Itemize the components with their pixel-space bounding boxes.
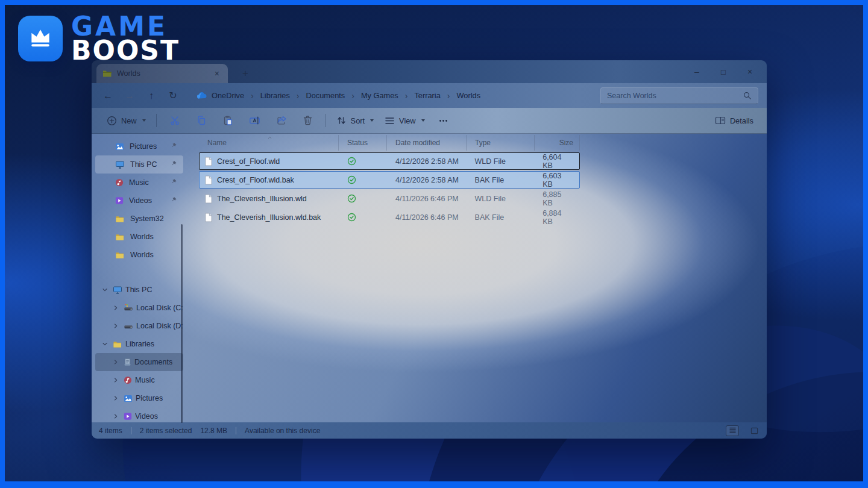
maximize-button[interactable]: □ xyxy=(710,67,737,77)
file-list-pane: NameStatusDate modifiedTypeSize Crest_of… xyxy=(187,134,767,422)
status-divider xyxy=(131,427,131,434)
copy-button[interactable] xyxy=(188,111,215,130)
file-name-cell: Crest_of_Floof.wld xyxy=(200,153,339,169)
forward-button[interactable]: → xyxy=(119,90,140,101)
new-tab-button[interactable]: + xyxy=(237,64,253,83)
search-icon[interactable] xyxy=(743,91,752,100)
tab-worlds[interactable]: Worlds × xyxy=(96,64,228,83)
file-type-cell: WLD File xyxy=(467,153,535,169)
file-row[interactable]: The_Cleverish_Illusion.wld4/11/2026 6:46… xyxy=(199,190,580,207)
list-view-toggle[interactable] xyxy=(726,425,739,436)
sidebar-item-pictures[interactable]: Pictures xyxy=(95,137,183,155)
chevron-right-icon[interactable] xyxy=(111,377,121,384)
sync-status-icon xyxy=(347,213,356,222)
file-modified-cell: 4/12/2026 2:58 AM xyxy=(387,172,467,188)
breadcrumb-separator: › xyxy=(248,91,257,101)
monitor-icon xyxy=(115,160,125,169)
folder-icon xyxy=(113,340,122,348)
tab-close-icon[interactable]: × xyxy=(212,69,222,78)
view-button[interactable]: View xyxy=(379,113,430,129)
toolbar-divider xyxy=(156,114,157,127)
sidebar-item-label: Worlds xyxy=(130,251,154,259)
tree-item-pictures[interactable]: Pictures xyxy=(95,389,183,407)
sidebar-item-music[interactable]: Music xyxy=(95,174,183,192)
file-size-cell: 6,885 KB xyxy=(534,190,579,207)
tree-item-local-disk-c-[interactable]: Local Disk (C:) xyxy=(95,299,183,317)
sidebar-scrollbar[interactable] xyxy=(181,224,183,423)
sidebar-item-worlds[interactable]: Worlds xyxy=(95,246,183,264)
tree-item-label: Pictures xyxy=(136,394,163,402)
column-header-status[interactable]: Status xyxy=(339,135,387,151)
delete-button[interactable] xyxy=(295,111,321,130)
videos-icon xyxy=(115,196,124,205)
chevron-right-icon[interactable] xyxy=(111,413,121,420)
breadcrumb-item-onedrive[interactable]: OneDrive xyxy=(193,89,248,102)
tab-bar: Worlds × + – □ × xyxy=(92,60,767,83)
details-label: Details xyxy=(730,116,753,125)
chevron-down-icon xyxy=(370,119,374,122)
new-button[interactable]: New xyxy=(101,112,151,130)
sort-button[interactable]: Sort xyxy=(331,112,379,129)
chevron-right-icon[interactable] xyxy=(111,358,121,366)
folder-icon xyxy=(115,251,125,259)
selection-count: 2 items selected xyxy=(140,427,192,435)
file-type-cell: WLD File xyxy=(467,190,535,207)
tree-item-local-disk-d-[interactable]: Local Disk (D:) xyxy=(95,317,183,335)
breadcrumb-item-terraria[interactable]: Terraria xyxy=(410,89,444,102)
file-name: The_Cleverish_Illusion.wld xyxy=(217,195,307,203)
file-size-cell: 6,604 KB xyxy=(534,153,579,169)
up-button[interactable]: ↑ xyxy=(141,90,162,101)
chevron-down-icon[interactable] xyxy=(100,340,110,348)
breadcrumb-item-documents[interactable]: Documents xyxy=(302,89,348,102)
rename-button[interactable] xyxy=(241,111,268,130)
file-name-cell: Crest_of_Floof.wld.bak xyxy=(200,172,339,188)
column-header-size[interactable]: Size xyxy=(535,135,580,151)
column-label: Status xyxy=(347,139,368,147)
column-header-name[interactable]: Name xyxy=(199,135,339,151)
column-label: Date modified xyxy=(395,139,440,147)
chevron-right-icon[interactable] xyxy=(111,322,121,330)
breadcrumb-label: OneDrive xyxy=(212,91,244,100)
file-type-cell: BAK File xyxy=(467,209,535,225)
refresh-button[interactable]: ↻ xyxy=(163,90,183,101)
rename-icon xyxy=(249,115,260,126)
tree-item-music[interactable]: Music xyxy=(95,371,183,389)
pictures-icon xyxy=(115,143,124,151)
tree-item-libraries[interactable]: Libraries xyxy=(95,335,183,353)
tree-item-this-pc[interactable]: This PC xyxy=(95,281,183,299)
file-row[interactable]: The_Cleverish_Illusion.wld.bak4/11/2026 … xyxy=(199,208,580,226)
file-icon xyxy=(204,194,212,204)
column-header-date-modified[interactable]: Date modified xyxy=(387,135,467,151)
sidebar-item-videos[interactable]: Videos xyxy=(95,192,183,210)
details-button[interactable]: Details xyxy=(710,112,758,129)
cut-button[interactable] xyxy=(162,111,188,130)
new-plus-icon xyxy=(107,116,117,126)
chevron-right-icon[interactable] xyxy=(111,395,121,402)
tree-item-videos[interactable]: Videos xyxy=(95,407,183,425)
breadcrumb-item-my-games[interactable]: My Games xyxy=(357,89,402,102)
more-button[interactable] xyxy=(430,113,456,129)
file-name: Crest_of_Floof.wld.bak xyxy=(217,176,294,184)
chevron-down-icon xyxy=(142,119,146,122)
sidebar-item-system32[interactable]: System32 xyxy=(95,210,183,228)
new-label: New xyxy=(121,116,137,125)
sidebar-item-this-pc[interactable]: This PC xyxy=(95,155,183,174)
breadcrumb-item-libraries[interactable]: Libraries xyxy=(257,89,294,102)
chevron-right-icon[interactable] xyxy=(111,304,121,311)
search-input[interactable] xyxy=(607,92,743,100)
minimize-button[interactable]: – xyxy=(684,67,710,77)
paste-button[interactable] xyxy=(215,111,241,130)
breadcrumb-item-worlds[interactable]: Worlds xyxy=(453,89,485,102)
close-button[interactable]: × xyxy=(737,67,763,77)
chevron-down-icon[interactable] xyxy=(100,286,110,293)
tree-item-documents[interactable]: Documents xyxy=(95,353,183,371)
toolbar-divider xyxy=(326,114,326,127)
sidebar-item-worlds[interactable]: Worlds xyxy=(95,228,183,246)
icons-view-toggle[interactable] xyxy=(747,425,761,436)
file-modified-cell: 4/12/2026 2:58 AM xyxy=(387,153,467,169)
column-header-type[interactable]: Type xyxy=(467,135,535,151)
share-button[interactable] xyxy=(268,111,295,130)
file-row[interactable]: Crest_of_Floof.wld4/12/2026 2:58 AMWLD F… xyxy=(199,152,580,170)
file-row[interactable]: Crest_of_Floof.wld.bak4/12/2026 2:58 AMB… xyxy=(199,171,580,189)
back-button[interactable]: ← xyxy=(98,90,118,101)
